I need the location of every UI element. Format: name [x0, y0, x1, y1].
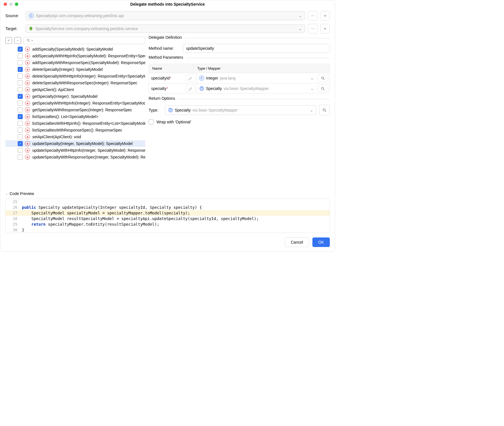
- code-preview-toggle[interactable]: ⌄ Code Preview: [0, 189, 335, 199]
- param-name: specialtyId*: [149, 73, 184, 83]
- add-target-button[interactable]: ＋: [320, 24, 330, 33]
- search-icon: [321, 87, 325, 91]
- method-name-input[interactable]: [183, 44, 330, 53]
- checkbox-icon[interactable]: [18, 134, 23, 139]
- method-item[interactable]: mgetSpecialtyWithResponseSpec(Integer): …: [5, 107, 145, 113]
- method-icon: m: [25, 155, 30, 160]
- delegate-definition-group: Delegate Definition Method name:: [149, 38, 330, 53]
- browse-param-type-button[interactable]: [317, 85, 328, 92]
- method-item[interactable]: mgetApiClient(): ApiClient: [5, 86, 145, 93]
- checkbox-icon[interactable]: [18, 87, 23, 92]
- method-label: getApiClient(): ApiClient: [32, 87, 74, 92]
- method-icon: m: [25, 60, 30, 65]
- checkbox-icon[interactable]: [18, 74, 23, 79]
- wrap-optional-checkbox[interactable]: Wrap with 'Optional': [149, 119, 330, 124]
- method-label: updateSpecialtyWithResponseSpec(Integer,…: [32, 155, 145, 159]
- deselect-all-button[interactable]: −: [14, 37, 21, 44]
- method-label: setApiClient(ApiClient): void: [32, 135, 81, 139]
- checkbox-icon[interactable]: ✓: [18, 141, 23, 146]
- method-icon: m: [25, 148, 30, 153]
- checkbox-icon[interactable]: [18, 128, 23, 133]
- method-item[interactable]: ✓mlistSpecialties(): List<SpecialtyModel…: [5, 113, 145, 120]
- source-combo[interactable]: C SpecialtyApi com.company.vettraining.p…: [26, 11, 305, 20]
- checkbox-icon[interactable]: ✓: [18, 47, 23, 52]
- method-label: deleteSpecialtyWithResponseSpec(Integer)…: [32, 81, 137, 85]
- browse-return-type-button[interactable]: [319, 105, 330, 115]
- checkbox-icon[interactable]: [18, 148, 23, 153]
- parameter-row: specialtyId*CInteger java.lang⌄: [149, 73, 330, 83]
- method-item[interactable]: mdeleteSpecialtyWithHttpInfo(Integer): R…: [5, 73, 145, 80]
- method-icon: m: [25, 74, 30, 79]
- checkbox-icon[interactable]: [18, 101, 23, 106]
- checkbox-icon[interactable]: ✓: [18, 67, 23, 72]
- checkbox-icon[interactable]: ✓: [18, 114, 23, 119]
- method-icon: m: [25, 94, 30, 99]
- method-search-input[interactable]: ▾: [23, 37, 145, 44]
- method-parameters-group: Method Parameters Name Type / Mapper spe…: [149, 58, 330, 94]
- method-item[interactable]: mupdateSpecialtyWithHttpInfo(Integer, Sp…: [5, 147, 145, 154]
- target-combo[interactable]: SpecialtyService com.company.vettraining…: [26, 24, 305, 33]
- method-icon: m: [25, 101, 30, 106]
- checkbox-icon: [149, 119, 154, 124]
- method-item[interactable]: ✓mupdateSpecialty(Integer, SpecialtyMode…: [5, 140, 145, 147]
- method-item[interactable]: msetApiClient(ApiClient): void: [5, 133, 145, 140]
- add-source-button[interactable]: ＋: [320, 11, 330, 21]
- method-label: deleteSpecialty(Integer): SpecialtyModel: [32, 67, 103, 72]
- method-item[interactable]: mdeleteSpecialtyWithResponseSpec(Integer…: [5, 80, 145, 86]
- param-type-dropdown[interactable]: Specialty via bean SpecialtyMapper⌄: [197, 83, 316, 94]
- browse-source-button[interactable]: ···: [308, 11, 317, 21]
- browse-param-type-button[interactable]: [317, 74, 328, 82]
- method-label: getSpecialty(Integer): SpecialtyModel: [32, 94, 97, 99]
- method-item[interactable]: mupdateSpecialtyWithResponseSpec(Integer…: [5, 154, 145, 160]
- bean-mapper-icon: [168, 108, 173, 113]
- code-line: 29 return specialtyMapper.toEntity(resul…: [6, 221, 330, 227]
- browse-target-button[interactable]: ···: [308, 24, 317, 33]
- method-label: deleteSpecialtyWithHttpInfo(Integer): Re…: [32, 74, 145, 78]
- param-name: specialty*: [149, 83, 184, 94]
- svg-line-9: [325, 111, 326, 112]
- method-item[interactable]: maddSpecialtyWithResponseSpec(SpecialtyM…: [5, 59, 145, 66]
- svg-point-0: [27, 39, 29, 41]
- checkbox-icon[interactable]: [18, 80, 23, 85]
- checkbox-icon[interactable]: [18, 121, 23, 126]
- method-list[interactable]: ✓maddSpecialty(SpecialtyModel): Specialt…: [5, 46, 145, 189]
- method-item[interactable]: mgetSpecialtyWithHttpInfo(Integer): Resp…: [5, 100, 145, 107]
- search-icon: [321, 76, 325, 80]
- chevron-down-icon: ⌄: [310, 86, 314, 91]
- code-line: 30}: [6, 227, 330, 233]
- target-label: Target:: [5, 26, 23, 31]
- method-item[interactable]: ✓mgetSpecialty(Integer): SpecialtyModel: [5, 93, 145, 100]
- checkbox-icon[interactable]: [18, 60, 23, 65]
- method-icon: m: [25, 107, 30, 112]
- method-item[interactable]: ✓mdeleteSpecialty(Integer): SpecialtyMod…: [5, 66, 145, 73]
- return-type-dropdown[interactable]: Specialty via bean SpecialtyMapper ⌄: [165, 105, 316, 115]
- checkbox-icon[interactable]: [18, 107, 23, 112]
- code-line: 27 SpecialtyModel specialtyModel = speci…: [6, 210, 330, 216]
- checkbox-icon[interactable]: ✓: [18, 94, 23, 99]
- svg-line-3: [323, 79, 324, 80]
- method-label: addSpecialtyWithResponseSpec(SpecialtyMo…: [32, 60, 145, 65]
- checkbox-icon[interactable]: [18, 53, 23, 58]
- titlebar: Delegate methods into SpecialtyService: [0, 0, 335, 8]
- svg-point-2: [321, 77, 324, 79]
- select-all-button[interactable]: ✓: [5, 37, 12, 44]
- method-picker: ✓ − ▾ ✓maddSpecialty(SpecialtyModel): Sp…: [5, 37, 145, 189]
- chevron-down-icon: ⌄: [299, 26, 302, 31]
- checkbox-icon[interactable]: [18, 155, 23, 160]
- code-preview: 2526public Specialty updateSpecialty(Int…: [5, 199, 330, 233]
- method-item[interactable]: mlistSpecialtiesWithHttpInfo(): Response…: [5, 120, 145, 127]
- param-type-dropdown[interactable]: CInteger java.lang⌄: [197, 73, 316, 83]
- ok-button[interactable]: OK: [312, 237, 330, 247]
- edit-param-button[interactable]: [186, 74, 195, 82]
- method-icon: m: [25, 80, 30, 85]
- cancel-button[interactable]: Cancel: [285, 237, 309, 247]
- chevron-down-icon: ⌄: [310, 108, 313, 112]
- method-item[interactable]: ✓maddSpecialty(SpecialtyModel): Specialt…: [5, 46, 145, 53]
- chevron-down-icon: ⌄: [5, 192, 8, 196]
- method-label: getSpecialtyWithResponseSpec(Integer): R…: [32, 108, 132, 112]
- method-item[interactable]: maddSpecialtyWithHttpInfo(SpecialtyModel…: [5, 53, 145, 59]
- svg-point-8: [323, 109, 325, 111]
- edit-param-button[interactable]: [186, 85, 195, 92]
- class-icon: C: [199, 76, 204, 81]
- method-item[interactable]: mlistSpecialtiesWithResponseSpec(): Resp…: [5, 127, 145, 133]
